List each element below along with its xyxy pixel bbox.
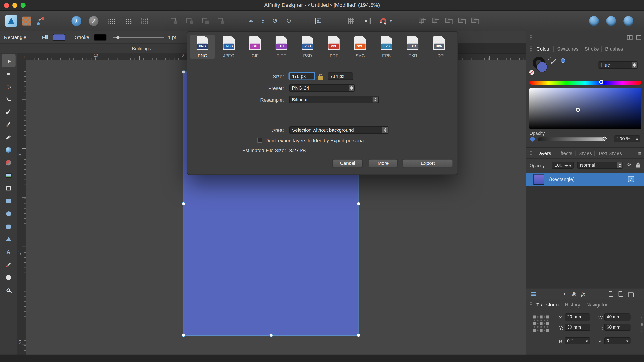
snapping-options-caret[interactable]: ▾ — [390, 19, 392, 23]
blend-mode-stepper[interactable] — [617, 162, 622, 168]
adjustment-layer-icon[interactable]: ◉ — [572, 291, 576, 297]
format-svg[interactable]: SVG SVG — [348, 35, 373, 59]
eyedropper-icon[interactable] — [551, 59, 556, 64]
panel-rows-icon[interactable] — [636, 35, 641, 40]
triangle-tool[interactable] — [1, 233, 15, 246]
aspect-link-icon[interactable] — [640, 317, 642, 332]
hue-slider-handle[interactable] — [599, 80, 603, 84]
move-tool[interactable] — [1, 54, 15, 67]
snap-grid-icon-3[interactable] — [141, 18, 148, 24]
snapping-magnet-icon[interactable] — [380, 18, 387, 24]
layers-panel-drag-handle[interactable] — [530, 150, 532, 156]
anchor-grid[interactable] — [533, 315, 549, 331]
text-tool[interactable] — [1, 246, 15, 258]
snap-grid-icon-2[interactable] — [125, 18, 131, 24]
ellipse-tool[interactable] — [1, 208, 15, 220]
snapping-toggle-icon[interactable] — [364, 18, 371, 24]
opacity-value-select[interactable]: 100 % — [614, 135, 640, 142]
layers-empty-area[interactable] — [526, 186, 644, 288]
stroke-width-value[interactable]: 1 pt — [168, 34, 176, 40]
stroke-width-slider[interactable] — [113, 37, 164, 38]
hand-tool[interactable] — [1, 271, 15, 284]
show-grid-icon[interactable] — [348, 18, 354, 24]
insert-inside-icon[interactable] — [186, 18, 193, 24]
panel-drag-handle[interactable] — [530, 35, 532, 40]
panel-grid-icon[interactable] — [627, 35, 632, 40]
selection-handle-bottom-left[interactable] — [182, 333, 186, 337]
alignment-icon[interactable] — [315, 18, 321, 24]
x-field[interactable]: 20 mm — [565, 313, 590, 320]
transform-panel-drag-handle[interactable] — [530, 302, 532, 307]
format-pdf[interactable]: PDF PDF — [321, 35, 346, 59]
blend-mode-select[interactable]: Normal — [577, 162, 623, 169]
ruler-unit[interactable]: mm — [17, 54, 26, 60]
area-stepper[interactable] — [382, 127, 388, 133]
fill-colour-well[interactable] — [537, 62, 548, 72]
w-field[interactable]: 40 mm — [604, 313, 630, 320]
opacity-slider-handle[interactable] — [602, 137, 607, 141]
selection-handle-middle-left[interactable] — [182, 202, 186, 206]
format-gif[interactable]: GIF GIF — [242, 35, 268, 59]
colour-panel-drag-handle[interactable] — [530, 46, 532, 52]
layer-row[interactable]: (Rectangle) — [526, 173, 644, 186]
zoom-tool[interactable] — [1, 284, 15, 297]
view-sphere-icon-2[interactable] — [606, 16, 616, 26]
node-tool[interactable] — [1, 80, 15, 93]
y-field[interactable]: 30 mm — [565, 324, 590, 331]
stroke-width-slider-handle[interactable] — [116, 36, 120, 39]
more-button[interactable]: More — [369, 159, 398, 168]
resample-stepper[interactable] — [372, 97, 378, 103]
layers-stack-icon[interactable]: ☰ — [531, 291, 536, 297]
format-exr[interactable]: EXR EXR — [400, 35, 426, 59]
layer-opacity-select[interactable]: 100 % — [552, 162, 574, 169]
new-pixel-layer-icon[interactable] — [618, 291, 623, 297]
saturation-brightness-handle[interactable] — [576, 108, 580, 112]
picked-colour-swatch[interactable] — [560, 59, 565, 63]
rotate-cw-icon[interactable]: ↻ — [286, 17, 291, 25]
rectangle-tool[interactable] — [1, 195, 15, 208]
colour-panel-menu-icon[interactable]: ≡ — [638, 46, 641, 52]
view-sphere-icon-1[interactable] — [589, 16, 599, 26]
pixel-persona-icon[interactable] — [22, 16, 31, 25]
preset-stepper[interactable] — [349, 85, 354, 91]
corner-tool[interactable] — [1, 93, 15, 105]
layers-panel-menu-icon[interactable]: ≡ — [638, 150, 641, 156]
selection-handle-middle-right[interactable] — [357, 202, 360, 206]
fill-swatch[interactable] — [53, 34, 65, 40]
boolean-divide-icon[interactable] — [458, 18, 466, 24]
artboard-tool[interactable] — [1, 67, 15, 80]
opacity-slider[interactable] — [538, 137, 606, 141]
shear-field[interactable]: 0 ° — [604, 337, 630, 344]
layer-thumbnail[interactable] — [534, 174, 544, 185]
stroke-swatch[interactable] — [94, 34, 106, 40]
transparency-tool[interactable] — [1, 156, 15, 169]
swap-colours-icon[interactable]: ⇄ — [548, 56, 551, 61]
resample-select[interactable]: Bilinear — [289, 96, 378, 103]
format-jpeg[interactable]: JPEG JPEG — [216, 35, 242, 59]
edit-button[interactable] — [88, 16, 98, 26]
preset-select[interactable]: PNG-24 — [289, 84, 355, 92]
selection-handle-bottom-right[interactable] — [357, 333, 360, 337]
colour-mode-select[interactable]: Hue — [598, 61, 638, 69]
rotate-ccw-icon[interactable]: ↺ — [272, 17, 278, 25]
boolean-subtract-icon[interactable] — [432, 18, 440, 24]
area-select[interactable]: Selection without background — [289, 126, 388, 134]
boolean-combine-icon[interactable] — [472, 18, 479, 24]
mask-layer-icon[interactable]: ◐ — [563, 291, 566, 297]
cancel-button[interactable]: Cancel — [332, 159, 363, 168]
pen-tool[interactable] — [1, 105, 15, 118]
boolean-add-icon[interactable] — [419, 18, 426, 24]
layer-visibility-checkbox[interactable] — [628, 176, 634, 182]
no-colour-icon[interactable] — [530, 70, 534, 75]
fill-tool[interactable] — [1, 144, 15, 156]
affinity-designer-app-icon[interactable] — [5, 15, 17, 27]
insert-below-icon[interactable] — [218, 18, 224, 24]
export-button[interactable]: Export — [402, 159, 453, 168]
vector-crop-tool[interactable] — [1, 182, 15, 195]
pencil-tool[interactable] — [1, 118, 15, 131]
size-lock-icon[interactable] — [318, 74, 324, 80]
colour-mode-stepper[interactable] — [632, 62, 637, 68]
insert-behind-icon[interactable] — [171, 18, 178, 24]
selection-handle-top-left[interactable] — [182, 70, 186, 74]
boolean-intersect-icon[interactable] — [445, 18, 453, 24]
